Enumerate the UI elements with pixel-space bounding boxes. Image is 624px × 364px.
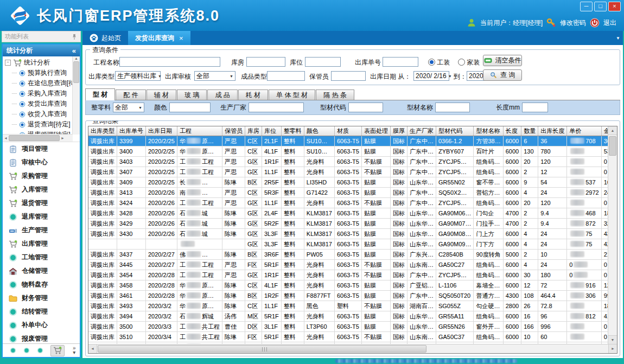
outbound-type-select[interactable]: 生产领料出库▼ (115, 71, 161, 81)
table-row[interactable]: 调拨出库34132020/2/26南…严思C区5R3F整料G714226063-… (88, 188, 617, 198)
horizontal-scroll-thumb[interactable] (98, 345, 426, 353)
material-tab[interactable]: 型 材 (85, 88, 115, 100)
sidebar-item[interactable]: 物料盘存 (3, 278, 80, 291)
material-tab[interactable]: 辅 材 (147, 90, 176, 100)
col-color[interactable]: 颜色 (304, 126, 334, 136)
col-warehouse[interactable]: 库房 (245, 126, 262, 136)
col-order-no[interactable]: 出库单号 (117, 126, 146, 136)
table-row[interactable]: 调拨出库34282020/2/26石城陈琳G区2L4F整料KLM38176063… (88, 208, 617, 219)
tree-item[interactable]: 发货出库查询 (5, 99, 72, 109)
vertical-scrollbar[interactable]: ▲ ▼ (608, 126, 617, 344)
tree-item[interactable]: 收货入库查询 (5, 109, 72, 119)
minimize-button[interactable]: ─ (580, 2, 593, 11)
table-row[interactable]: 调拨出库34292020/2/26石城陈琳G区5R2F整料KLM38176063… (88, 219, 617, 229)
product-type-input[interactable] (267, 71, 305, 81)
material-tab[interactable]: 单 体 型 材 (269, 90, 315, 100)
tree-item[interactable]: 在途信息查询[待 (5, 78, 72, 88)
cart-button[interactable] (50, 345, 65, 356)
circle-icon[interactable] (10, 347, 16, 354)
project-name-input[interactable] (119, 57, 220, 67)
col-quantity[interactable]: 数量 (521, 126, 538, 136)
table-row[interactable]: 调拨出库34452020/2/27工工程严思F区5R1F整料光身料6063-T5… (88, 260, 617, 270)
tree-root-node[interactable]: − 统计分析 (5, 58, 72, 68)
col-material[interactable]: 材质 (334, 126, 361, 136)
audit-select[interactable]: 全部▼ (194, 71, 235, 81)
sidebar-item[interactable]: 项目管理 (3, 142, 80, 156)
color-input[interactable] (169, 103, 211, 112)
sidebar-item[interactable]: 生产管理 (3, 223, 80, 237)
col-out-length[interactable]: 出库长度 (538, 126, 567, 136)
col-surface[interactable]: 表面处理 (361, 126, 390, 136)
pin-icon[interactable] (71, 34, 78, 40)
circle-icon[interactable] (37, 347, 43, 354)
table-row[interactable]: 调拨出库33992020/2/25华原…严思C区2L1F整料SU10…6063-… (88, 136, 617, 146)
tree-item[interactable]: 采购入库查询 (5, 88, 72, 99)
maximize-button[interactable]: □ (594, 2, 607, 11)
table-row[interactable]: 调拨出库34612020/2/28华原…陈琳B区1R2F整料F8877FT606… (88, 291, 617, 301)
table-row[interactable]: 调拨出库34542020/2/28工工程严思G区1R1F整料光身料6063-T5… (88, 270, 617, 280)
tree-item[interactable]: 预算执行查询 (5, 68, 72, 78)
col-location[interactable]: 库位 (262, 126, 281, 136)
tree-item[interactable]: 退货查询[待定] (5, 119, 72, 130)
sidebar-item[interactable]: 采购管理 (3, 169, 80, 183)
scroll-up-icon[interactable]: ▲ (608, 126, 617, 135)
col-whole-part[interactable]: 整零料 (281, 126, 304, 136)
material-tab[interactable]: 耗 材 (238, 90, 268, 100)
col-profile-code[interactable]: 型材代码 (436, 126, 474, 136)
col-profile-name[interactable]: 型材名称 (474, 126, 503, 136)
sidebar-item[interactable]: 退货管理 (3, 196, 80, 210)
circle-icon[interactable] (23, 347, 30, 354)
sidebar-section-header[interactable]: 统计分析 « (3, 44, 80, 56)
length-input[interactable] (522, 103, 548, 112)
material-tab[interactable]: 玻 璃 (177, 90, 207, 100)
sidebar-item[interactable]: 补单中心 (3, 318, 80, 332)
material-tab[interactable]: 配 件 (116, 90, 145, 100)
warehouse-input[interactable] (246, 57, 285, 67)
vertical-scroll-thumb[interactable] (609, 136, 616, 156)
tab-close-icon[interactable]: × (179, 34, 183, 42)
sidebar-item[interactable]: 财务管理 (3, 291, 80, 305)
table-row[interactable]: 调拨出库35002020/3/3工共工程曹佳D区3L1F整料LT3P606063… (88, 322, 617, 332)
keeper-input[interactable] (331, 71, 366, 81)
table-row[interactable]: 调拨出库34072020/2/25工工程严思G区1L1F整料光身料6063-T5… (88, 167, 617, 177)
table-row[interactable]: 调拨出库34302020/2/26石城陈琳G区3L3F整料KLM38176063… (88, 229, 617, 239)
col-project[interactable]: 工程 (177, 126, 222, 136)
search-button[interactable]: 查 询 (483, 69, 522, 81)
tab-outbound-query[interactable]: 发货出库查询 × (128, 31, 190, 45)
collapse-icon[interactable]: « (72, 47, 76, 55)
table-row[interactable]: 调拨出库34032020/2/25工工程严思G区1R1F整料光身料6063-T5… (88, 157, 617, 167)
sidebar-item[interactable]: 审核中心 (3, 156, 80, 169)
close-button[interactable]: × (608, 2, 621, 11)
tab-list-caret-icon[interactable]: ▼ (616, 36, 620, 41)
table-row[interactable]: G区3L3F整料KLM38176063-T5贴膜国标山东华…GA90M09…门下… (88, 239, 617, 250)
tab-home[interactable]: 起始页 (82, 31, 128, 45)
order-no-input[interactable] (383, 57, 418, 67)
table-row[interactable]: 调拨出库34372020/2/27佛…陈琳B区3R6F整料PW056063-T5… (88, 250, 617, 260)
scroll-right-icon[interactable]: ► (608, 344, 617, 353)
table-row[interactable]: 调拨出库34002020/2/25华原…严思C区4L1F整料SU10…6063-… (88, 146, 617, 157)
radio-gongzhuang[interactable]: 工装 (428, 58, 450, 67)
scroll-down-icon[interactable]: ▼ (608, 335, 617, 344)
col-film-thickness[interactable]: 膜厚 (390, 126, 407, 136)
table-row[interactable]: 调拨出库34242020/2/26工工程严思G区1L1F整料光身料6063-T5… (88, 198, 617, 208)
clear-conditions-button[interactable]: 清空条件 (483, 55, 522, 66)
tree-vertical-scrollbar[interactable]: ▲ (72, 56, 80, 135)
whole-part-select[interactable]: 全部▼ (113, 103, 144, 112)
table-row[interactable]: 调拨出库34582020/2/28华原…陈琳C区4L1F整料光身料6063-T5… (88, 280, 617, 291)
factory-input[interactable] (249, 103, 304, 112)
table-row[interactable]: 调拨出库34932020/3/2华原…陈琳C区1L1F整料黑色塑料不贴膜国标湖南… (88, 301, 617, 311)
tree-horizontal-scrollbar[interactable]: ◄► (3, 134, 73, 142)
col-length[interactable]: 长度 (503, 126, 521, 136)
col-unit-price[interactable]: 单价 (567, 126, 601, 136)
location-input[interactable] (305, 57, 341, 67)
material-tab[interactable]: 隔 热 条 (316, 90, 354, 100)
col-out-date[interactable]: 出库日期 (146, 126, 177, 136)
scroll-left-icon[interactable]: ◄ (88, 344, 97, 353)
date-from-picker[interactable]: 2020/ 2/16▼ (413, 71, 449, 81)
expander-icon[interactable]: − (5, 60, 11, 66)
table-row[interactable]: 调拨出库35102020/3/4工共工程陈琳F区5R1F整料光身料6063-T5… (88, 332, 617, 342)
col-factory[interactable]: 生产厂家 (407, 126, 436, 136)
table-row[interactable]: 调拨出库34942020/3/2石辉城汤伟M区5R1F整料光身料6063-T5贴… (88, 311, 617, 322)
change-password-link[interactable]: 修改密码 (560, 18, 586, 28)
horizontal-scrollbar[interactable]: ◄ ► (88, 344, 617, 353)
